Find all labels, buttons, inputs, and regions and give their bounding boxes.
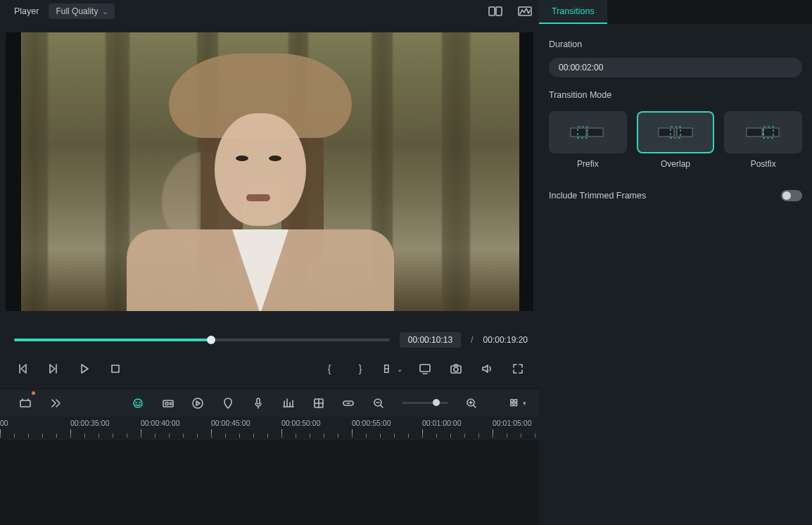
clip-tools-icon[interactable] — [160, 393, 175, 413]
svg-rect-28 — [571, 128, 586, 137]
svg-rect-1 — [496, 7, 502, 15]
video-frame — [21, 32, 519, 311]
snapshot-icon[interactable] — [446, 359, 466, 379]
svg-point-17 — [193, 398, 203, 408]
svg-marker-18 — [196, 401, 200, 405]
snap-icon[interactable] — [311, 393, 326, 413]
ruler-mark: 00:00:40:00 — [141, 419, 211, 427]
include-trimmed-label: Include Trimmed Frames — [549, 191, 646, 201]
speed-icon[interactable] — [191, 393, 205, 413]
svg-point-14 — [139, 402, 140, 403]
ruler-mark: 00:00:55:00 — [352, 419, 422, 427]
svg-rect-32 — [677, 128, 692, 137]
track-options-icon[interactable]: ▾ — [509, 393, 526, 413]
mode-postfix-thumb — [724, 111, 802, 153]
svg-rect-25 — [514, 399, 517, 402]
zoom-slider[interactable] — [402, 402, 449, 404]
zoom-in-icon[interactable] — [464, 393, 478, 413]
toggle-knob — [782, 191, 791, 200]
mode-prefix[interactable]: Prefix — [549, 111, 627, 169]
timeline-ruler[interactable]: 00 00:00:35:00 00:00:40:00 00:00:45:00 0… — [0, 417, 539, 441]
inspector-tabbar: Transitions — [539, 0, 812, 24]
display-output-icon[interactable] — [415, 359, 435, 379]
timeline-tracks[interactable] — [0, 441, 539, 525]
expand-right-icon[interactable] — [49, 393, 63, 413]
svg-point-10 — [454, 367, 458, 372]
svg-rect-24 — [511, 399, 514, 402]
player-scrubber[interactable] — [14, 339, 390, 341]
link-icon[interactable] — [341, 393, 356, 413]
stop-button[interactable] — [106, 359, 125, 379]
svg-point-16 — [165, 402, 168, 405]
duration-input[interactable]: 00:00:02:00 — [549, 58, 802, 77]
timecode-total: 00:00:19:20 — [483, 335, 528, 345]
mode-prefix-label: Prefix — [577, 159, 599, 169]
timecode-separator: / — [471, 335, 473, 345]
ruler-mark: 00:00:35:00 — [70, 419, 141, 427]
ruler-mark: 00:00:50:00 — [281, 419, 352, 427]
chevron-down-icon: ⌄ — [102, 8, 108, 15]
svg-marker-3 — [21, 365, 26, 373]
mode-postfix-label: Postfix — [751, 159, 776, 169]
svg-rect-30 — [588, 128, 603, 137]
fullscreen-icon[interactable] — [508, 359, 528, 379]
ruler-mark: 00:01:05:00 — [493, 419, 539, 427]
marker-menu-button[interactable]: ⌄ — [381, 359, 404, 379]
mark-in-button[interactable]: { — [319, 359, 339, 379]
compare-view-icon[interactable] — [486, 1, 505, 21]
next-frame-button[interactable] — [44, 359, 63, 379]
player-label: Player — [14, 6, 39, 16]
mode-postfix[interactable]: Postfix — [724, 111, 802, 169]
timeline-insert-icon[interactable] — [18, 393, 33, 413]
svg-rect-35 — [763, 128, 779, 137]
ruler-mark: 00:00:45:00 — [211, 419, 281, 427]
ruler-mark: 00:01:00:00 — [422, 419, 493, 427]
marker-icon[interactable] — [221, 393, 236, 413]
duration-label: Duration — [549, 39, 802, 49]
audio-icon[interactable] — [477, 359, 497, 379]
quality-dropdown[interactable]: Full Quality ⌄ — [49, 4, 115, 19]
svg-rect-0 — [489, 7, 495, 15]
transition-mode-label: Transition Mode — [549, 90, 802, 100]
svg-rect-26 — [511, 403, 514, 406]
mark-out-button[interactable]: } — [350, 359, 370, 379]
prev-frame-button[interactable] — [13, 359, 32, 379]
include-trimmed-toggle[interactable] — [781, 190, 802, 201]
svg-rect-27 — [514, 403, 517, 406]
scopes-icon[interactable] — [515, 1, 535, 21]
svg-point-13 — [136, 402, 137, 403]
timecode-current[interactable]: 00:00:10:13 — [400, 332, 461, 348]
svg-rect-8 — [420, 365, 430, 372]
mode-overlap-label: Overlap — [661, 159, 690, 169]
ruler-start: 00 — [0, 419, 70, 427]
svg-rect-19 — [257, 398, 260, 404]
svg-rect-31 — [659, 128, 674, 137]
play-button[interactable] — [75, 359, 94, 379]
mode-overlap[interactable]: Overlap — [637, 111, 715, 169]
audio-tools-icon[interactable] — [281, 393, 296, 413]
player-viewport[interactable] — [6, 32, 533, 311]
mode-overlap-thumb — [637, 111, 715, 153]
ai-tools-icon[interactable] — [131, 393, 146, 413]
scrubber-handle[interactable] — [207, 336, 215, 344]
svg-marker-5 — [82, 365, 88, 373]
zoom-handle[interactable] — [433, 399, 440, 406]
mode-prefix-thumb — [549, 111, 627, 153]
svg-marker-4 — [50, 365, 55, 373]
svg-rect-11 — [20, 400, 30, 407]
svg-rect-6 — [112, 365, 119, 372]
tab-transitions[interactable]: Transitions — [539, 0, 607, 24]
mic-icon[interactable] — [251, 393, 266, 413]
quality-value: Full Quality — [56, 6, 98, 16]
svg-rect-34 — [747, 128, 762, 137]
svg-point-12 — [134, 399, 142, 407]
zoom-out-icon[interactable] — [372, 393, 386, 413]
